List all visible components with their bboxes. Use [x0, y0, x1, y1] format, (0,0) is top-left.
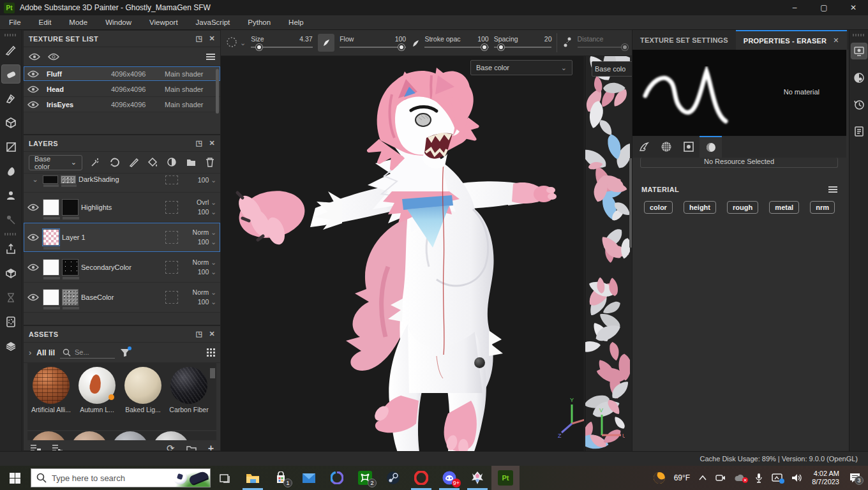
- polygon-fill-tool-icon[interactable]: [2, 114, 20, 131]
- material-resource-tab[interactable]: [700, 136, 722, 158]
- menu-help[interactable]: Help: [280, 15, 313, 30]
- menu-edit[interactable]: Edit: [30, 15, 61, 30]
- art-app-taskbar-icon[interactable]: [463, 466, 491, 490]
- layer-mask-slot[interactable]: [165, 261, 178, 274]
- mask-tool-icon[interactable]: [2, 313, 20, 330]
- eye-icon[interactable]: [27, 85, 43, 93]
- layer-opacity[interactable]: 100: [198, 298, 209, 306]
- menu-window[interactable]: Window: [96, 15, 140, 30]
- panel-menu-icon[interactable]: [206, 54, 215, 60]
- collapse-icon[interactable]: ⌄: [27, 175, 43, 184]
- stencil-resource-tab[interactable]: [677, 136, 700, 158]
- log-icon[interactable]: [851, 124, 867, 139]
- eye-single-icon[interactable]: [48, 53, 59, 61]
- layer-mask-slot[interactable]: [165, 201, 178, 214]
- layer-mask-thumbnail[interactable]: [61, 175, 76, 184]
- layer-row-selected[interactable]: Layer 1 Norm ⌄ 100 ⌄: [24, 223, 220, 253]
- channel-metal-button[interactable]: metal: [769, 201, 799, 214]
- channel-color-button[interactable]: color: [644, 201, 673, 214]
- layer-thumbnail[interactable]: [43, 229, 59, 246]
- folder-list-icon[interactable]: [52, 444, 63, 451]
- eye-icon[interactable]: [27, 204, 43, 211]
- channel-rough-button[interactable]: rough: [727, 201, 758, 214]
- channel-nrm-button[interactable]: nrm: [810, 201, 835, 214]
- delete-layer-icon[interactable]: [205, 157, 215, 168]
- maximize-button[interactable]: ▢: [809, 0, 839, 15]
- projection-tool-icon[interactable]: [2, 89, 20, 107]
- close-panel-icon[interactable]: ✕: [209, 34, 215, 43]
- channel-height-button[interactable]: height: [684, 201, 716, 214]
- layer-blend-mode[interactable]: Norm: [193, 288, 209, 296]
- layer-thumbnail[interactable]: [43, 175, 58, 184]
- taskbar-clock[interactable]: 4:02 AM 8/7/2023: [812, 470, 839, 486]
- viewport2d-channel-dropdown[interactable]: Base colo: [592, 61, 632, 77]
- flow-slider-knob[interactable]: [398, 44, 405, 50]
- layer-opacity[interactable]: 100: [198, 176, 209, 184]
- layer-row[interactable]: Highlights Ovrl ⌄ 100 ⌄: [24, 193, 220, 223]
- material-sphere-partial[interactable]: [112, 431, 149, 440]
- display-settings-icon[interactable]: [851, 43, 867, 59]
- viewport-channel-dropdown[interactable]: Base color ⌄: [470, 60, 572, 75]
- xbox-taskbar-icon[interactable]: 2: [351, 466, 379, 490]
- add-smart-material-icon[interactable]: [109, 157, 120, 168]
- assets-breadcrumb[interactable]: All lil: [36, 348, 55, 357]
- layer-opacity[interactable]: 100: [198, 268, 209, 276]
- volume-icon[interactable]: [791, 473, 802, 482]
- onedrive-error-icon[interactable]: ✕: [735, 474, 746, 482]
- layer-blend-mode[interactable]: Norm: [193, 228, 209, 236]
- scrollbar[interactable]: [210, 368, 215, 378]
- minimize-button[interactable]: –: [780, 0, 809, 15]
- menu-file[interactable]: File: [0, 15, 30, 30]
- size-falloff-button[interactable]: [318, 34, 334, 52]
- stroke-opacity-slider-group[interactable]: Stroke opac100: [424, 31, 488, 54]
- add-asset-icon[interactable]: +: [208, 443, 214, 451]
- eye-icon[interactable]: [27, 70, 43, 78]
- viewer-settings-tool-icon[interactable]: [2, 264, 20, 282]
- layer-mask-thumbnail[interactable]: [62, 199, 79, 216]
- grid-view-icon[interactable]: [207, 348, 215, 357]
- add-fill-layer-icon[interactable]: [147, 157, 158, 168]
- brush-preview-icon[interactable]: ⌄: [225, 36, 246, 50]
- texture-set-row[interactable]: Fluff 4096x4096 Main shader: [24, 66, 220, 82]
- layer-blend-mode[interactable]: Norm: [193, 258, 209, 266]
- flow-falloff-icon[interactable]: [411, 38, 419, 48]
- size-slider-knob[interactable]: [256, 44, 262, 50]
- cast-icon[interactable]: [772, 473, 782, 482]
- night-light-icon[interactable]: [652, 470, 666, 485]
- tab-properties-eraser[interactable]: PROPERTIES - ERASER ✕: [736, 30, 847, 50]
- spacing-value[interactable]: 20: [544, 35, 552, 43]
- export-tool-icon[interactable]: [2, 240, 20, 258]
- add-effect-icon[interactable]: [90, 157, 101, 168]
- material-asset[interactable]: Autumn L...: [76, 367, 118, 430]
- smart-selection-tool-icon[interactable]: [2, 138, 20, 156]
- add-folder-icon[interactable]: [186, 157, 197, 168]
- notification-center-icon[interactable]: 3: [849, 473, 860, 483]
- eraser-tool-icon[interactable]: [2, 65, 20, 83]
- layer-row[interactable]: BaseColor Norm ⌄ 100 ⌄: [24, 283, 220, 313]
- layer-mask-slot[interactable]: [165, 231, 178, 244]
- brush-resource-tab[interactable]: [632, 136, 655, 158]
- tray-expand-chevron[interactable]: [699, 475, 707, 480]
- assets-search[interactable]: Se...: [60, 347, 115, 359]
- menu-javascript[interactable]: JavaScript: [187, 15, 239, 30]
- menu-mode[interactable]: Mode: [60, 15, 96, 30]
- menu-python[interactable]: Python: [239, 15, 280, 30]
- float-panel-icon[interactable]: ◳: [196, 139, 203, 147]
- folder-icon[interactable]: [186, 445, 197, 452]
- close-panel-icon[interactable]: ✕: [209, 139, 215, 147]
- size-value[interactable]: 4.37: [299, 35, 312, 43]
- start-button[interactable]: [0, 466, 29, 490]
- eye-icon[interactable]: [27, 264, 43, 271]
- meet-now-icon[interactable]: [715, 473, 726, 482]
- history-icon[interactable]: [851, 97, 867, 112]
- search-input[interactable]: [52, 473, 170, 483]
- opera-taskbar-icon[interactable]: [407, 466, 435, 490]
- layer-row[interactable]: SecondaryColor Norm ⌄ 100 ⌄: [24, 253, 220, 283]
- layer-mask-slot[interactable]: [165, 291, 178, 304]
- layer-row[interactable]: ⌄ DarkShading 100 ⌄: [24, 174, 220, 193]
- smudge-tool-icon[interactable]: [2, 162, 20, 180]
- office-taskbar-icon[interactable]: [323, 466, 351, 490]
- clone-tool-icon[interactable]: [2, 186, 20, 204]
- stroke-opacity-value[interactable]: 100: [477, 35, 489, 43]
- texture-set-row[interactable]: Head 4096x4096 Main shader: [24, 82, 220, 97]
